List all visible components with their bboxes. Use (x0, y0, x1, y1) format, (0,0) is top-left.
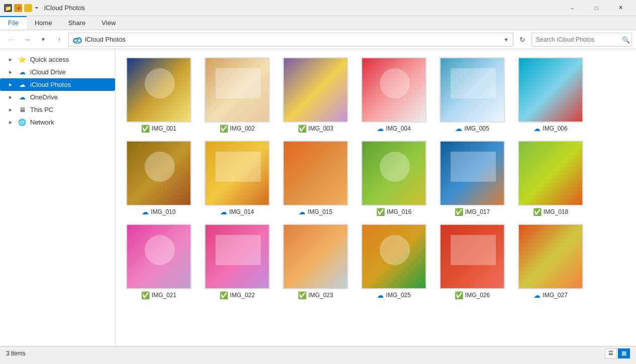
details-view-button[interactable]: ☰ (605, 348, 617, 358)
up-button[interactable]: ↑ (52, 33, 66, 47)
photo-name: IMG_021 (152, 292, 176, 299)
expand-arrow-icon: ► (8, 82, 14, 87)
synced-icon: ✅ (141, 291, 150, 299)
tab-file[interactable]: File (0, 16, 27, 30)
refresh-button[interactable]: ↻ (515, 33, 529, 47)
cloud-icon: ☁ (377, 291, 384, 299)
photo-item[interactable]: ☁IMG_004 (359, 57, 429, 133)
photo-thumbnail (283, 141, 348, 206)
cloud-icon: ☁ (298, 208, 305, 216)
photo-thumbnail (283, 57, 348, 123)
photo-thumbnail (204, 57, 270, 123)
photo-item[interactable]: ☁IMG_005 (437, 57, 507, 133)
title-bar-icons: 📁 📌 (4, 4, 39, 12)
close-button[interactable]: ✕ (609, 0, 632, 16)
sidebar-item-network[interactable]: ► 🌐 Network (0, 116, 115, 129)
item-count: 3 items (6, 350, 26, 357)
photo-thumbnail (518, 141, 583, 206)
window-title: iCloud Photos (44, 4, 85, 12)
sidebar-item-icloud-drive[interactable]: ► ☁ iCloud Drive (0, 66, 115, 78)
sidebar-label-network: Network (30, 118, 54, 126)
photo-item[interactable]: ☁IMG_025 (359, 224, 429, 299)
photo-item[interactable]: ✅IMG_002 (202, 57, 272, 133)
svg-text:📁: 📁 (5, 5, 12, 12)
photo-item[interactable]: ✅IMG_022 (202, 224, 272, 299)
photo-item[interactable]: ✅IMG_016 (359, 141, 429, 216)
photo-item[interactable]: ✅IMG_018 (515, 141, 586, 216)
photo-item[interactable]: ☁IMG_010 (124, 141, 194, 216)
quick-access-icon: ⭐ (17, 56, 27, 63)
this-pc-icon: 🖥 (17, 106, 27, 113)
photo-label: ✅IMG_002 (220, 125, 255, 133)
photo-label: ✅IMG_022 (220, 291, 255, 299)
photo-name: IMG_001 (152, 125, 176, 132)
maximize-button[interactable]: □ (585, 0, 608, 16)
forward-button[interactable]: → (20, 33, 34, 47)
expand-arrow-icon: ► (8, 107, 14, 112)
svg-marker-5 (35, 7, 38, 9)
tab-home[interactable]: Home (27, 16, 60, 30)
photo-item[interactable]: ✅IMG_003 (280, 57, 351, 133)
sidebar-item-this-pc[interactable]: ► 🖥 This PC (0, 103, 115, 116)
photo-thumbnail (126, 141, 191, 206)
photo-name: IMG_002 (230, 125, 255, 132)
photo-name: IMG_010 (151, 208, 175, 215)
back-button[interactable]: ← (4, 33, 18, 47)
photo-item[interactable]: ☁IMG_014 (202, 141, 272, 216)
photo-content: ✅IMG_001✅IMG_002✅IMG_003☁IMG_004☁IMG_005… (116, 49, 636, 346)
folder-icon (24, 4, 32, 12)
photo-name: IMG_027 (543, 292, 567, 299)
photo-item[interactable]: ☁IMG_015 (280, 141, 351, 216)
icloud-drive-icon: ☁ (17, 68, 27, 76)
photo-item[interactable]: ☁IMG_006 (515, 57, 586, 133)
main-layout: ► ⭐ Quick access ► ☁ iCloud Drive ► ☁ iC… (0, 49, 636, 346)
photo-thumbnail (440, 57, 505, 123)
photo-label: ✅IMG_003 (298, 125, 333, 133)
photo-name: IMG_017 (465, 208, 490, 215)
address-path[interactable]: iCloud Photos ▼ (68, 33, 513, 47)
photo-thumbnail (283, 224, 348, 289)
photo-item[interactable]: ✅IMG_017 (437, 141, 507, 216)
photo-name: IMG_018 (544, 208, 568, 215)
address-text: iCloud Photos (85, 36, 498, 43)
sidebar-label-icloud-photos: iCloud Photos (30, 81, 71, 88)
photo-name: IMG_015 (307, 208, 332, 215)
address-bar: ← → ▼ ↑ iCloud Photos ▼ ↻ 🔍 (0, 30, 636, 49)
photo-item[interactable]: ☁IMG_027 (515, 224, 586, 299)
photo-item[interactable]: ✅IMG_001 (124, 57, 194, 133)
photo-label: ☁IMG_027 (534, 291, 567, 299)
minimize-button[interactable]: – (561, 0, 584, 16)
tab-view[interactable]: View (93, 16, 124, 30)
search-input[interactable] (532, 33, 632, 47)
sidebar-item-onedrive[interactable]: ► ☁ OneDrive (0, 91, 115, 103)
photo-thumbnail (440, 224, 505, 289)
synced-icon: ✅ (533, 208, 542, 216)
tab-share[interactable]: Share (60, 16, 94, 30)
photo-item[interactable]: ✅IMG_021 (124, 224, 194, 299)
sidebar-item-icloud-photos[interactable]: ► ☁ iCloud Photos (0, 78, 115, 91)
expand-arrow-icon: ► (8, 119, 14, 125)
synced-icon: ✅ (298, 291, 306, 299)
photo-name: IMG_003 (308, 125, 333, 132)
app-icon: 📁 (4, 4, 12, 12)
photo-label: ☁IMG_004 (377, 125, 410, 133)
cloud-icon: ☁ (220, 208, 227, 216)
recent-locations-button[interactable]: ▼ (36, 33, 50, 47)
large-icons-view-button[interactable]: ▦ (618, 348, 630, 358)
photo-label: ☁IMG_005 (455, 125, 489, 133)
title-bar: 📁 📌 iCloud Photos – □ ✕ (0, 0, 636, 16)
photo-label: ✅IMG_016 (376, 208, 411, 216)
search-icon[interactable]: 🔍 (622, 36, 630, 43)
photo-thumbnail (518, 57, 583, 123)
dropdown-arrow-icon[interactable] (34, 6, 39, 11)
synced-icon: ✅ (376, 208, 385, 216)
synced-icon: ✅ (455, 208, 463, 216)
photo-name: IMG_014 (229, 208, 254, 215)
sidebar-item-quick-access[interactable]: ► ⭐ Quick access (0, 53, 115, 66)
photo-label: ✅IMG_021 (141, 291, 176, 299)
photo-thumbnail (126, 57, 191, 123)
photo-item[interactable]: ✅IMG_026 (437, 224, 507, 299)
photo-name: IMG_005 (464, 125, 489, 132)
photo-item[interactable]: ✅IMG_023 (280, 224, 351, 299)
photo-name: IMG_004 (386, 125, 410, 132)
